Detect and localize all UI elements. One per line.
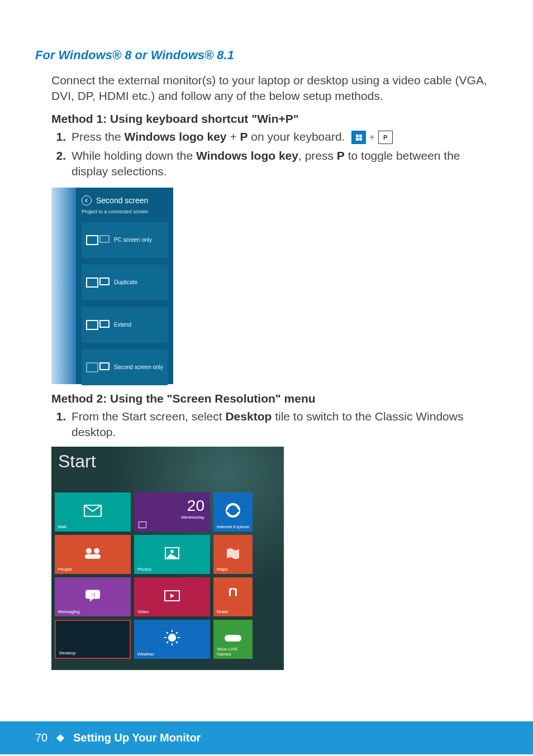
svg-line-17 [166,642,168,643]
intro-paragraph: Connect the external monitor(s) to your … [51,73,498,104]
svg-point-6 [170,550,174,553]
people-icon [83,547,102,559]
svg-line-18 [176,632,178,634]
charm-gradient [51,188,76,384]
text: Press the [72,130,125,143]
text: , press [298,149,337,162]
svg-rect-4 [85,554,101,559]
messaging-icon: :-) [84,589,101,602]
maps-icon [226,547,240,559]
bold-text: P [240,130,248,143]
option-label: Extend [114,322,131,328]
charm-subtitle: Project to a connected screen [82,209,168,214]
tile-messaging: :-) Messaging [55,577,131,616]
second-only-icon [86,362,110,372]
option-label: Second screen only [114,364,163,370]
tile-label: Maps [217,567,228,572]
tile-label: Mail [58,524,66,529]
svg-point-2 [86,548,92,554]
tile-music: Music [213,577,253,616]
svg-line-15 [166,632,168,634]
tile-weather: Weather [134,620,210,659]
method1-title: Method 1: Using keyboard shortcut "Win+P… [51,112,498,126]
calendar-icon [139,521,146,528]
tile-label: Internet Explorer [217,524,250,529]
bold-text: P [337,149,345,162]
option-duplicate: Duplicate [82,265,168,300]
tile-label: Desktop [59,650,75,655]
tile-ie: Internet Explorer [213,492,253,532]
tile-video: Video [134,577,210,616]
svg-point-10 [168,634,176,642]
text: While holding down the [72,149,196,162]
tile-games: Xbox LIVE Games [213,620,253,659]
tile-label: Photos [137,567,151,572]
plus-icon: + [369,131,374,143]
monitor-icon [86,235,110,245]
footer-title: Setting Up Your Monitor [73,731,201,744]
tile-maps: Maps [213,535,253,574]
tile-label: Xbox LIVE Games [217,647,253,657]
step-number: 1. [51,129,66,145]
svg-text::-): :-) [91,592,96,597]
back-arrow-icon [82,195,92,205]
duplicate-icon [86,277,110,288]
mail-icon [84,505,102,517]
option-second-screen-only: Second screen only [82,350,168,385]
diamond-icon [56,734,64,741]
method2-title: Method 2: Using the "Screen Resolution" … [51,392,498,405]
text: on your keyboard. [248,130,345,143]
ie-icon [225,502,241,519]
second-screen-charm: Second screen Project to a connected scr… [51,188,173,384]
charm-header: Second screen [82,195,168,205]
charm-title: Second screen [96,196,148,205]
method1-step1: 1. Press the Windows logo key + P on you… [51,129,498,145]
tile-label: People [58,567,72,572]
tile-calendar: 20 Wednesday [134,492,210,532]
games-icon [225,633,241,644]
tile-desktop: Desktop [55,620,131,659]
text: From the Start screen, select [72,410,225,423]
tile-photos: Photos [134,535,210,574]
tile-label: Messaging [58,609,80,614]
page-footer: 70 Setting Up Your Monitor [0,721,533,754]
music-icon [226,588,240,603]
tile-label: Video [137,609,149,614]
windows-key-icon [351,131,366,144]
option-label: PC screen only [114,237,152,243]
bold-text: Windows logo key [125,130,227,143]
tile-label: Music [217,609,229,614]
calendar-day: Wednesday [181,515,204,520]
photos-icon [165,547,179,559]
svg-line-16 [176,642,178,643]
tile-label: Weather [137,652,154,657]
bold-text: Desktop [225,410,272,423]
calendar-date: 20 [187,497,204,515]
text: + [227,130,240,143]
video-icon [164,590,180,601]
page-number: 70 [35,731,47,744]
svg-point-1 [227,504,239,516]
svg-point-3 [94,548,99,554]
option-extend: Extend [82,307,168,343]
bold-text: Windows logo key [196,149,298,162]
section-heading: For Windows® 8 or Windows® 8.1 [35,48,498,63]
tile-people: People [55,535,131,574]
weather-icon [164,629,180,646]
method1-step2: 2. While holding down the Windows logo k… [51,148,498,180]
extend-icon [86,320,110,330]
start-title: Start [58,451,96,472]
start-screen: Start Mail 20 Wednesday Internet Explore… [51,447,284,670]
tile-mail: Mail [55,492,131,532]
p-key-icon: P [378,131,393,144]
method2-step1: 1. From the Start screen, select Desktop… [51,409,498,441]
option-label: Duplicate [114,279,137,285]
step-number: 1. [51,409,66,441]
option-pc-screen-only: PC screen only [82,222,168,258]
step-number: 2. [51,148,66,180]
